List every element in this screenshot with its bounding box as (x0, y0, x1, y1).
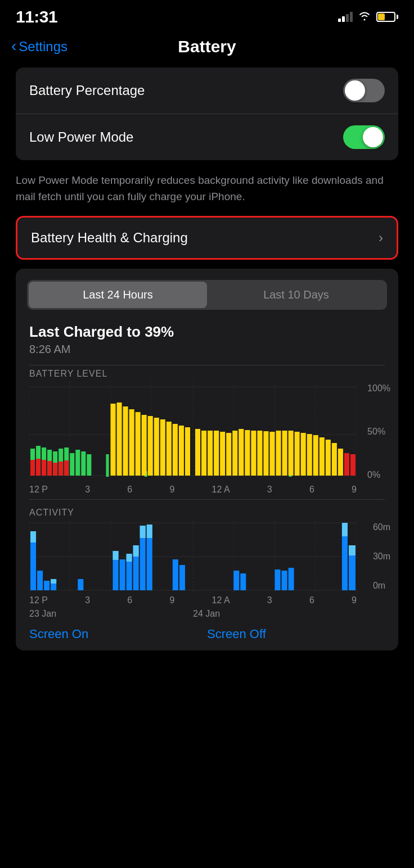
svg-rect-89 (51, 579, 56, 584)
battery-health-section[interactable]: Battery Health & Charging › (16, 216, 398, 260)
svg-rect-47 (201, 431, 206, 476)
svg-rect-103 (179, 565, 185, 590)
svg-rect-54 (245, 430, 250, 476)
status-icons (338, 11, 398, 23)
battery-health-row[interactable]: Battery Health & Charging › (17, 218, 397, 258)
svg-rect-63 (301, 433, 306, 476)
svg-rect-62 (295, 432, 300, 476)
nav-header: ‹ Settings Battery (0, 30, 414, 67)
svg-rect-102 (173, 559, 178, 590)
svg-rect-24 (42, 460, 46, 476)
ax-label-12a: 12 A (212, 595, 230, 605)
charge-title: Last Charged to 39% (29, 323, 385, 341)
svg-rect-97 (133, 545, 139, 557)
svg-rect-52 (232, 431, 237, 476)
low-power-description: Low Power Mode temporarily reduces backg… (0, 167, 414, 216)
x-label-12p: 12 P (29, 485, 48, 495)
x-label-3: 3 (267, 485, 272, 495)
svg-rect-46 (195, 429, 200, 476)
svg-rect-51 (226, 433, 231, 476)
svg-rect-32 (87, 454, 91, 476)
svg-rect-104 (233, 571, 239, 590)
date-label-23jan: 23 Jan (29, 609, 193, 619)
y-label-30m: 30m (373, 551, 390, 562)
screen-on-label: Screen On (29, 627, 207, 641)
svg-rect-27 (58, 462, 63, 476)
activity-y-labels: 60m 30m 0m (373, 520, 390, 593)
svg-rect-67 (326, 440, 331, 476)
back-chevron-icon: ‹ (11, 38, 16, 54)
svg-rect-35 (123, 406, 128, 476)
battery-icon (376, 12, 398, 22)
y-label-60m: 60m (373, 522, 390, 532)
svg-rect-71 (350, 454, 356, 476)
y-label-100: 100% (367, 383, 390, 394)
svg-rect-60 (282, 431, 287, 476)
svg-rect-106 (275, 569, 281, 590)
back-button[interactable]: ‹ Settings (11, 39, 68, 55)
svg-rect-22 (30, 460, 35, 476)
svg-rect-108 (289, 568, 294, 590)
svg-rect-53 (238, 429, 244, 476)
date-label-24jan: 24 Jan (193, 609, 357, 619)
svg-rect-25 (47, 461, 52, 476)
tab-10days[interactable]: Last 10 Days (207, 282, 385, 308)
screen-labels-row: Screen On Screen Off (16, 620, 398, 646)
wifi-icon (358, 11, 371, 23)
svg-rect-110 (342, 523, 348, 536)
svg-rect-68 (332, 443, 337, 476)
svg-rect-64 (307, 434, 312, 476)
battery-percentage-row[interactable]: Battery Percentage (16, 67, 398, 114)
x-label-6a: 6 (127, 485, 132, 495)
back-label: Settings (19, 39, 68, 55)
battery-percentage-toggle[interactable] (343, 79, 385, 102)
ax-label-12p: 12 P (29, 595, 48, 605)
svg-rect-92 (113, 551, 119, 560)
svg-rect-40 (154, 418, 159, 476)
chart-section: Last 24 Hours Last 10 Days Last Charged … (16, 269, 398, 650)
battery-level-label: BATTERY LEVEL (29, 369, 107, 378)
battery-health-label: Battery Health & Charging (31, 230, 188, 246)
ax-label-9: 9 (169, 595, 174, 605)
low-power-mode-row[interactable]: Low Power Mode (16, 114, 398, 160)
svg-rect-86 (37, 571, 43, 590)
ax-label-6: 6 (127, 595, 132, 605)
svg-rect-49 (214, 431, 219, 476)
svg-rect-57 (263, 431, 268, 476)
activity-x-labels: 12 P 3 6 9 12 A 3 6 9 (16, 593, 370, 608)
svg-rect-69 (338, 449, 343, 476)
y-label-0m: 0m (373, 581, 390, 591)
y-label-50: 50% (367, 427, 390, 437)
x-label-3a: 3 (85, 485, 90, 495)
time-tabs[interactable]: Last 24 Hours Last 10 Days (27, 280, 387, 310)
svg-rect-93 (120, 559, 125, 590)
svg-rect-30 (75, 450, 80, 476)
svg-rect-58 (269, 432, 274, 476)
battery-level-chart (29, 381, 357, 482)
svg-rect-90 (78, 579, 83, 590)
svg-rect-59 (276, 431, 281, 476)
svg-rect-44 (179, 426, 184, 476)
tab-24hours[interactable]: Last 24 Hours (29, 282, 207, 308)
svg-rect-33 (110, 404, 115, 476)
svg-rect-23 (36, 459, 40, 476)
battery-y-labels: 100% 50% 0% (367, 381, 390, 482)
status-time: 11:31 (16, 7, 57, 26)
low-power-mode-toggle[interactable] (343, 125, 385, 149)
svg-rect-99 (140, 526, 146, 538)
battery-percentage-label: Battery Percentage (29, 83, 145, 98)
svg-rect-70 (344, 453, 349, 476)
activity-chart (29, 520, 357, 593)
battery-health-chevron-icon: › (379, 230, 383, 246)
svg-rect-26 (53, 463, 57, 476)
svg-rect-37 (136, 412, 141, 476)
y-label-0: 0% (367, 470, 390, 480)
battery-level-label-row: BATTERY LEVEL (16, 365, 398, 381)
svg-rect-34 (117, 403, 122, 476)
svg-rect-56 (257, 431, 262, 476)
svg-rect-43 (173, 424, 178, 476)
svg-rect-87 (44, 581, 50, 590)
activity-label-row: ACTIVITY (16, 504, 398, 520)
settings-toggles-section: Battery Percentage Low Power Mode (16, 67, 398, 160)
svg-rect-42 (166, 422, 172, 476)
